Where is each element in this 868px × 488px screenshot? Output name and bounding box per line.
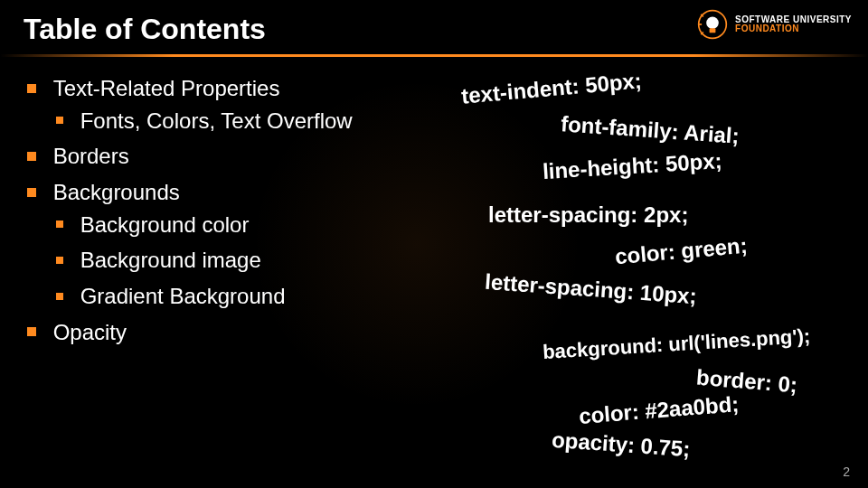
bullet-icon: [56, 221, 63, 228]
table-of-contents: Text-Related Properties Fonts, Colors, T…: [27, 74, 353, 353]
toc-subitem: Fonts, Colors, Text Overflow: [56, 107, 353, 134]
bullet-icon: [56, 293, 63, 300]
toc-label: Opacity: [53, 319, 127, 343]
bullet-icon: [27, 84, 36, 93]
toc-subitem: Background image: [56, 246, 353, 273]
bullet-icon: [56, 117, 63, 124]
bullet-icon: [27, 152, 36, 161]
code-snippets-cloud: text-indent: 50px; font-family: Arial; l…: [452, 70, 850, 468]
css-snippet: letter-spacing: 2px;: [488, 202, 688, 228]
css-snippet: color: #2aa0bd;: [578, 391, 740, 429]
toc-subitem: Background color: [56, 211, 353, 238]
toc-subitem: Gradient Background: [56, 282, 353, 309]
title-underline: [0, 54, 868, 57]
css-snippet: text-indent: 50px;: [460, 68, 643, 108]
toc-label: Fonts, Colors, Text Overflow: [80, 108, 353, 132]
slide: Table of Contents SOFTWARE UNIVERSITY FO…: [0, 0, 868, 488]
lightbulb-icon: [697, 9, 728, 40]
toc-label: Background color: [80, 211, 250, 236]
bullet-icon: [27, 188, 36, 197]
toc-label: Backgrounds: [53, 180, 180, 204]
css-snippet: font-family: Arial;: [560, 111, 740, 149]
toc-label: Background image: [80, 248, 261, 272]
toc-item: Text-Related Properties Fonts, Colors, T…: [27, 74, 353, 133]
toc-item: Backgrounds Background color Background …: [27, 178, 353, 309]
toc-item: Borders: [27, 142, 353, 169]
css-snippet: letter-spacing: 10px;: [484, 269, 697, 309]
css-snippet: color: green;: [614, 233, 749, 270]
toc-label: Text-Related Properties: [53, 76, 280, 100]
brand-line-2: FOUNDATION: [735, 24, 852, 33]
brand-text: SOFTWARE UNIVERSITY FOUNDATION: [735, 15, 852, 33]
slide-title: Table of Contents: [24, 13, 266, 46]
bullet-icon: [56, 257, 63, 264]
toc-label: Gradient Background: [80, 284, 286, 308]
svg-rect-2: [710, 28, 716, 33]
css-snippet: background: url('lines.png');: [542, 324, 810, 364]
svg-point-1: [706, 17, 719, 30]
css-snippet: opacity: 0.75;: [551, 427, 691, 463]
page-number: 2: [843, 465, 850, 479]
bullet-icon: [27, 327, 36, 336]
toc-item: Opacity: [27, 318, 353, 345]
brand-logo: SOFTWARE UNIVERSITY FOUNDATION: [697, 9, 852, 40]
css-snippet: line-height: 50px;: [542, 148, 722, 184]
toc-label: Borders: [53, 144, 129, 168]
